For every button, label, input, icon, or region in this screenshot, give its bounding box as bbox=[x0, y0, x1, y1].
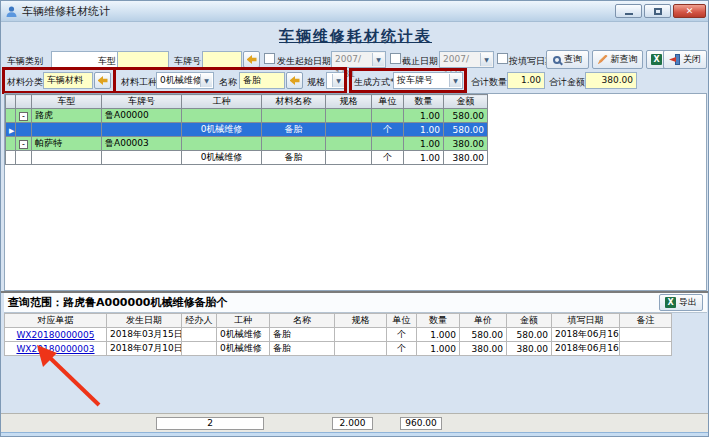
main-grid-panel: 车型 车牌号 工种 材料名称 规格 单位 数量 金额 - 路虎 鲁A00000 … bbox=[4, 93, 707, 291]
minimize-button[interactable] bbox=[615, 4, 642, 18]
query-export-button[interactable]: X 导出 bbox=[659, 294, 703, 311]
main-table-header-row: 车型 车牌号 工种 材料名称 规格 单位 数量 金额 bbox=[6, 95, 488, 109]
col-header[interactable]: 工种 bbox=[182, 95, 262, 109]
material-category-input[interactable]: 车辆材料 bbox=[43, 72, 93, 89]
close-icon: ✕ bbox=[686, 6, 694, 16]
end-date-label: 截止日期 bbox=[402, 55, 438, 68]
col-header[interactable]: 单位 bbox=[372, 95, 404, 109]
total-amount-value: 380.00 bbox=[585, 72, 637, 89]
filter-icon bbox=[98, 76, 108, 85]
collapse-icon[interactable]: - bbox=[19, 112, 28, 121]
col-header[interactable]: 备注 bbox=[620, 314, 672, 328]
exit-icon bbox=[669, 54, 680, 65]
col-header[interactable]: 车型 bbox=[32, 95, 102, 109]
gen-mode-label: 生成方式* bbox=[354, 76, 395, 89]
material-worktype-label: 材料工种 bbox=[121, 76, 157, 89]
status-bar: 2 2.000 960.00 bbox=[1, 413, 709, 433]
vehicle-category-label: 车辆类别 bbox=[7, 55, 43, 68]
col-header[interactable]: 数量 bbox=[417, 314, 460, 328]
col-header[interactable]: 数量 bbox=[404, 95, 444, 109]
table-row[interactable]: 0机械维修 备胎 个 1.00 380.00 bbox=[6, 151, 488, 165]
page-title: 车辆维修耗材统计表 bbox=[1, 27, 709, 46]
total-qty-value: 1.00 bbox=[507, 72, 545, 89]
gen-mode-select[interactable]: 按车牌号▼ bbox=[393, 72, 463, 89]
query-button[interactable]: 查询 bbox=[546, 50, 589, 69]
excel-icon: X bbox=[651, 54, 662, 65]
col-header[interactable]: 填写日期 bbox=[552, 314, 620, 328]
col-header[interactable]: 单价 bbox=[460, 314, 507, 328]
new-query-button[interactable]: 新查询 bbox=[592, 50, 643, 69]
query-scope-title: 查询范围：路虎鲁A000000机械维修备胎个 bbox=[8, 295, 659, 310]
plate-input[interactable] bbox=[202, 51, 242, 68]
col-header[interactable]: 发生日期 bbox=[107, 314, 182, 328]
start-date-picker[interactable]: 2007/ 1/31▼ bbox=[331, 51, 386, 68]
total-qty-label: 合计数量 bbox=[471, 76, 507, 89]
col-header[interactable]: 金额 bbox=[444, 95, 488, 109]
search-icon bbox=[553, 56, 561, 64]
vehicle-model-label: 车型 bbox=[98, 55, 116, 68]
query-table-row[interactable]: WX20180000005 2018年03月15日 0机械维修 备胎 个 1.0… bbox=[5, 328, 672, 342]
chevron-down-icon[interactable]: ▼ bbox=[332, 74, 344, 87]
excel-icon: X bbox=[665, 297, 676, 308]
maximize-icon bbox=[654, 8, 662, 15]
collapse-icon[interactable]: - bbox=[19, 140, 28, 149]
col-header[interactable]: 规格 bbox=[335, 314, 387, 328]
spec-label: 规格 bbox=[307, 76, 325, 89]
query-table-row[interactable]: WX20180000003 2018年07月10日 0机械维修 备胎 个 1.0… bbox=[5, 342, 672, 356]
filter-icon bbox=[290, 76, 300, 85]
end-date-checkbox[interactable] bbox=[390, 53, 401, 64]
table-row-selected[interactable]: ▶ 0机械维修 备胎 个 1.00 580.00 bbox=[6, 123, 488, 137]
query-table: 对应单据 发生日期 经办人 工种 名称 规格 单位 数量 单价 金额 填写日期 … bbox=[4, 313, 672, 356]
close-button[interactable]: ✕ bbox=[673, 4, 706, 18]
name-input[interactable]: 备胎 bbox=[239, 72, 285, 89]
row-pointer-icon: ▶ bbox=[9, 127, 14, 135]
chevron-down-icon: ▼ bbox=[372, 53, 384, 66]
document-link[interactable]: WX20180000003 bbox=[8, 344, 103, 354]
summary-total-qty: 2.000 bbox=[332, 417, 373, 430]
end-date-picker[interactable]: 2007/ 1/31▼ bbox=[439, 51, 494, 68]
table-row-group[interactable]: - 路虎 鲁A00000 1.00 580.00 bbox=[6, 109, 488, 123]
main-table: 车型 车牌号 工种 材料名称 规格 单位 数量 金额 - 路虎 鲁A00000 … bbox=[5, 94, 488, 165]
name-filter-button[interactable] bbox=[286, 72, 303, 89]
app-window: 车辆维修耗材统计 ✕ 车辆维修耗材统计表 车辆类别 ▼ 车型 车牌号 发生起始日… bbox=[0, 0, 709, 437]
pencil-icon bbox=[598, 55, 608, 65]
col-header[interactable]: 材料名称 bbox=[262, 95, 326, 109]
vehicle-model-input[interactable] bbox=[117, 51, 169, 68]
col-header[interactable]: 经办人 bbox=[182, 314, 217, 328]
col-header[interactable]: 单位 bbox=[387, 314, 417, 328]
maximize-button[interactable] bbox=[644, 4, 671, 18]
start-date-label: 发生起始日期 bbox=[277, 55, 331, 68]
chevron-down-icon[interactable]: ▼ bbox=[449, 74, 461, 87]
material-category-filter-button[interactable] bbox=[94, 72, 111, 89]
summary-count: 2 bbox=[156, 417, 264, 430]
col-header[interactable]: 车牌号 bbox=[102, 95, 182, 109]
start-date-checkbox[interactable] bbox=[264, 53, 275, 64]
filter-icon bbox=[247, 55, 257, 64]
summary-total-amount: 960.00 bbox=[400, 417, 442, 430]
window-title: 车辆维修耗材统计 bbox=[22, 4, 615, 19]
chevron-down-icon: ▼ bbox=[480, 53, 492, 66]
material-category-label: 材料分类 bbox=[7, 76, 43, 89]
query-table-header-row: 对应单据 发生日期 经办人 工种 名称 规格 单位 数量 单价 金额 填写日期 … bbox=[5, 314, 672, 328]
query-section-header: 查询范围：路虎鲁A000000机械维修备胎个 X 导出 bbox=[4, 293, 707, 313]
app-icon bbox=[5, 5, 18, 18]
name-label: 名称 bbox=[219, 76, 237, 89]
title-bar: 车辆维修耗材统计 ✕ bbox=[1, 1, 709, 22]
table-row-group[interactable]: - 帕萨特 鲁A00003 1.00 380.00 bbox=[6, 137, 488, 151]
col-header[interactable]: 对应单据 bbox=[5, 314, 107, 328]
col-header[interactable]: 名称 bbox=[270, 314, 335, 328]
close-form-button[interactable]: 关闭 bbox=[663, 50, 707, 69]
col-header[interactable]: 金额 bbox=[507, 314, 552, 328]
material-worktype-select[interactable]: 0机械维修▼ bbox=[156, 72, 214, 89]
spec-select[interactable]: ▼ bbox=[326, 72, 346, 89]
document-link[interactable]: WX20180000005 bbox=[8, 330, 103, 340]
by-fill-date-checkbox[interactable] bbox=[497, 53, 508, 64]
col-header[interactable]: 工种 bbox=[217, 314, 270, 328]
plate-label: 车牌号 bbox=[174, 55, 201, 68]
chevron-down-icon[interactable]: ▼ bbox=[200, 74, 212, 87]
plate-filter-button[interactable] bbox=[243, 51, 260, 68]
window-bottom-edge bbox=[1, 432, 709, 437]
minimize-icon bbox=[625, 13, 633, 15]
col-header[interactable]: 规格 bbox=[326, 95, 372, 109]
total-amount-label: 合计金额 bbox=[549, 76, 585, 89]
